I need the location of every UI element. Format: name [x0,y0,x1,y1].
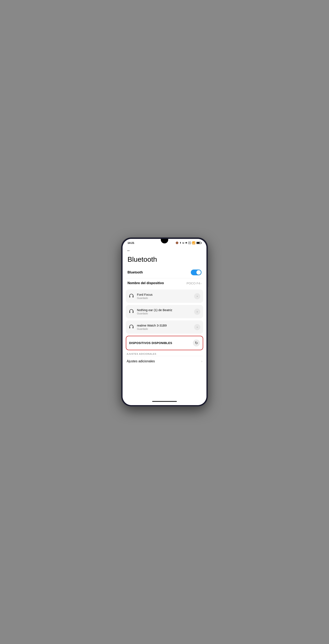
additional-settings-section: AJUSTES ADICIONALES Ajustes adicionales … [123,353,206,366]
additional-settings-header: AJUSTES ADICIONALES [126,353,203,355]
device-name-nothing: Nothing ear (1) de Beatriz [137,308,172,312]
device-status-realme: Guardado [137,328,167,330]
additional-settings-chevron: › [201,360,202,363]
device-info-1: Ford Focus Guardado [137,293,153,300]
bluetooth-toggle-section: Bluetooth Nombre del dispositivo POCO F4… [123,267,206,288]
device-card-left-2: Nothing ear (1) de Beatriz Guardado [129,308,172,315]
additional-settings-label: Ajustes adicionales [127,360,155,363]
device-card-realme-watch[interactable]: realme Watch 3-31B9 Guardado › [126,320,203,334]
device-name-text: POCO F4 [187,282,200,285]
device-status-nothing: Guardado [137,312,172,315]
signal-box-icon: ✕ [188,242,191,244]
device-card-left-3: realme Watch 3-31B9 Guardado [129,324,167,330]
device-name-row[interactable]: Nombre del dispositivo POCO F4 › [126,278,203,288]
available-devices-section[interactable]: DISPOSITIVOS DISPONIBLES ↻ [126,336,203,350]
device-card-ford-focus[interactable]: Ford Focus Guardado › [126,290,203,303]
bluetooth-status-icon: ✱ [185,242,187,244]
home-bar [123,399,206,405]
device-chevron-ford[interactable]: › [194,293,200,299]
bluetooth-toggle-row: Bluetooth [126,267,203,278]
bluetooth-toggle-label: Bluetooth [127,270,143,274]
phone-frame: 14:21 🔕 ⬆ M ✱ ✕ 📶 ← [121,238,208,406]
upload-icon: ⬆ [180,242,181,244]
screen-content: ← Bluetooth Bluetooth Nombre del disposi… [123,245,206,399]
device-card-left: Ford Focus Guardado [129,293,153,300]
device-name-realme: realme Watch 3-31B9 [137,324,167,327]
device-card-nothing-ear[interactable]: Nothing ear (1) de Beatriz Guardado › [126,305,203,318]
wifi-icon: 📶 [192,241,195,244]
headphones-icon-1 [129,294,134,299]
back-button[interactable]: ← [127,248,131,253]
device-status-ford: Guardado [137,297,153,300]
headphones-icon-3 [129,324,134,330]
device-chevron-realme[interactable]: › [194,324,200,330]
mute-icon: 🔕 [176,242,178,244]
mail-icon: M [182,242,184,244]
device-name-ford: Ford Focus [137,293,153,296]
headphones-icon-2 [129,309,134,314]
bottom-spacer [123,366,206,375]
device-name-label: Nombre del dispositivo [127,281,164,285]
status-time: 14:21 [127,241,134,244]
refresh-button[interactable]: ↻ [193,340,200,346]
device-info-3: realme Watch 3-31B9 Guardado [137,324,167,330]
battery-icon [196,242,202,244]
paired-devices-list: Ford Focus Guardado › [123,290,206,334]
additional-settings-row[interactable]: Ajustes adicionales › [126,356,203,366]
refresh-icon: ↻ [195,341,198,345]
available-devices-label: DISPOSITIVOS DISPONIBLES [129,341,172,345]
device-name-chevron: › [201,282,202,285]
top-nav: ← [123,245,206,254]
bluetooth-toggle-switch[interactable] [191,270,202,275]
device-chevron-nothing[interactable]: › [194,309,200,315]
home-bar-line [152,401,177,402]
phone-screen: 14:21 🔕 ⬆ M ✱ ✕ 📶 ← [123,239,206,405]
device-name-value: POCO F4 › [187,282,202,285]
status-icons: 🔕 ⬆ M ✱ ✕ 📶 [176,241,202,244]
page-title: Bluetooth [123,254,206,267]
device-info-2: Nothing ear (1) de Beatriz Guardado [137,308,172,315]
